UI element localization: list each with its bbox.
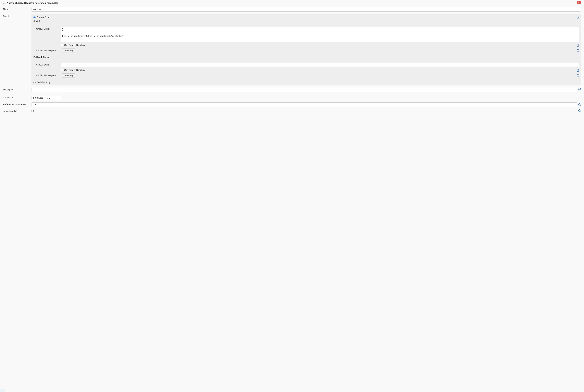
label-fallback-groovy-script: Groovy Script bbox=[36, 63, 61, 66]
label-choice-type: Choice Type bbox=[3, 96, 32, 99]
label-fallback-additional-classpath: Additional classpath bbox=[36, 74, 61, 77]
help-icon[interactable]: ? bbox=[578, 109, 581, 112]
fallback-groovy-script-textarea[interactable] bbox=[61, 63, 579, 67]
label-referenced-parameters: Referenced parameters bbox=[3, 102, 32, 106]
row-omit-value-field: Omit value field ? bbox=[3, 109, 581, 112]
row-script: Script Groovy Script ? Script Groovy Scr… bbox=[3, 14, 581, 85]
referenced-parameters-input[interactable] bbox=[32, 102, 577, 107]
row-description: Description ? bbox=[3, 88, 581, 92]
help-icon[interactable]: ? bbox=[577, 49, 579, 52]
row-fallback-use-sandbox: Use Groovy Sandbox ? bbox=[61, 69, 579, 71]
radio-groovy-input[interactable] bbox=[33, 16, 36, 18]
label-name: Name bbox=[3, 7, 32, 10]
drag-handle-icon[interactable] bbox=[3, 2, 6, 4]
row-additional-classpath: Additional classpath Add entry ? bbox=[36, 48, 579, 53]
close-button[interactable]: X bbox=[577, 0, 581, 4]
radio-scriptler-script[interactable]: Scriptler Script bbox=[33, 81, 579, 84]
groovy-script-textarea[interactable] bbox=[61, 27, 579, 42]
radio-scriptler-label: Scriptler Script bbox=[37, 81, 51, 84]
help-icon[interactable]: ? bbox=[577, 74, 579, 76]
label-script: Script bbox=[3, 14, 32, 17]
help-icon[interactable]: ? bbox=[577, 70, 579, 72]
row-fallback-groovy-script: Groovy Script Use Groovy Sandbox ? bbox=[36, 63, 579, 71]
row-referenced-parameters: Referenced parameters ? bbox=[3, 102, 581, 107]
row-fallback-additional-classpath: Additional classpath Add entry ? bbox=[36, 74, 579, 78]
omit-value-checkbox[interactable] bbox=[32, 110, 34, 112]
row-groovy-script: Groovy Script Use Groovy Sandbox ? bbox=[36, 27, 579, 46]
help-icon[interactable]: ? bbox=[578, 104, 581, 106]
parameter-panel: X Active Choices Reactive Reference Para… bbox=[3, 2, 581, 112]
row-choice-type: Choice Type Formatted HTML bbox=[3, 96, 581, 100]
script-subsection-title: Script bbox=[33, 20, 579, 22]
choice-type-select[interactable]: Formatted HTML bbox=[32, 96, 61, 100]
panel-title-text: Active Choices Reactive Reference Parame… bbox=[7, 2, 58, 4]
label-groovy-script: Groovy Script bbox=[36, 27, 61, 30]
label-description: Description bbox=[3, 88, 32, 91]
label-omit-value-field: Omit value field bbox=[3, 109, 32, 112]
label-additional-classpath: Additional classpath bbox=[36, 48, 61, 52]
fallback-use-sandbox-checkbox[interactable] bbox=[61, 69, 63, 71]
row-use-sandbox: Use Groovy Sandbox ? bbox=[61, 44, 579, 46]
radio-scriptler-input[interactable] bbox=[33, 81, 36, 84]
panel-title: Active Choices Reactive Reference Parame… bbox=[3, 2, 581, 4]
radio-groovy-script[interactable]: Groovy Script ? bbox=[33, 16, 579, 18]
help-icon[interactable]: ? bbox=[577, 44, 579, 47]
radio-groovy-label: Groovy Script bbox=[37, 16, 50, 18]
name-input[interactable] bbox=[32, 7, 581, 12]
fallback-use-sandbox-label: Use Groovy Sandbox bbox=[64, 69, 85, 71]
add-entry-button[interactable]: Add entry bbox=[62, 48, 75, 53]
use-sandbox-label: Use Groovy Sandbox bbox=[64, 44, 85, 46]
fallback-add-entry-button[interactable]: Add entry bbox=[62, 74, 75, 78]
row-name: Name bbox=[3, 7, 581, 12]
fallback-subsection-title: Fallback Script bbox=[33, 56, 579, 58]
script-box: Groovy Script ? Script Groovy Script bbox=[32, 14, 581, 85]
description-textarea[interactable] bbox=[32, 88, 577, 92]
help-icon[interactable]: ? bbox=[577, 16, 579, 19]
close-icon: X bbox=[578, 1, 580, 4]
use-sandbox-checkbox[interactable] bbox=[61, 44, 63, 46]
help-icon[interactable]: ? bbox=[578, 88, 581, 90]
